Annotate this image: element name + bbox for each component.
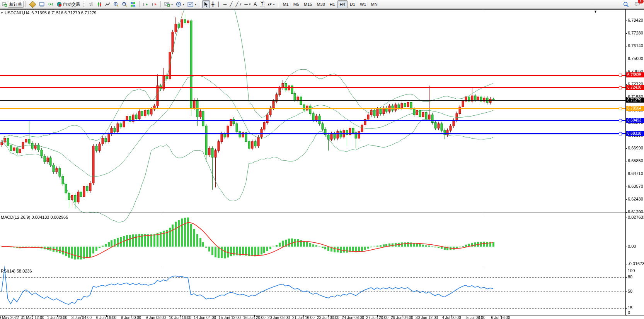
- text-icon: A: [254, 2, 257, 7]
- zoom-out-icon: [122, 2, 127, 7]
- new-order-label: 新订单: [9, 2, 22, 7]
- timeframe-button-W1[interactable]: W1: [358, 0, 369, 8]
- metatrader-window: 新订单 自动交易: [0, 0, 644, 319]
- price-line-badge: 6.70564: [626, 106, 644, 111]
- indicators-icon: [164, 2, 170, 7]
- chevron-down-icon: ▾: [273, 3, 274, 6]
- time-axis-label: 24 Jun 08:00: [342, 316, 364, 319]
- time-axis-label: 6 Jun 16:00: [96, 316, 116, 319]
- trendline-tool-button[interactable]: ╱: [228, 0, 234, 8]
- chart-shift-icon: [152, 2, 157, 7]
- fibonacci-tool-button[interactable]: ─F: [243, 0, 252, 8]
- time-axis-label: 23 Jun 00:00: [317, 316, 339, 319]
- text-label-icon: T: [260, 2, 264, 7]
- fibonacci-icon: ─: [244, 2, 248, 7]
- timeframe-button-M5[interactable]: M5: [291, 0, 302, 8]
- text-tool-button[interactable]: A: [252, 0, 258, 8]
- timeframe-button-MN[interactable]: MN: [368, 0, 380, 8]
- time-axis-label: 8 Jun 00:00: [121, 316, 141, 319]
- channel-tool-button[interactable]: ╱E: [234, 0, 243, 8]
- candlestick-chart-button[interactable]: [95, 0, 104, 8]
- price-line-badge: 6.73535: [626, 72, 644, 77]
- crosshair-tool-button[interactable]: ╋: [210, 0, 216, 8]
- time-axis-label: 9 Jun 08:00: [146, 316, 166, 319]
- macd-tick-label: 0.027633: [628, 215, 644, 220]
- price-line-badge: 6.69493: [626, 118, 644, 123]
- periods-button[interactable]: ▾: [174, 0, 186, 8]
- new-order-button[interactable]: 新订单: [8, 1, 24, 8]
- price-chart-canvas[interactable]: [0, 0, 644, 319]
- fibonacci-letter: F: [249, 3, 250, 6]
- timeframe-button-M1[interactable]: M1: [280, 0, 291, 8]
- zoom-out-button[interactable]: [120, 0, 129, 8]
- timeframe-button-M30[interactable]: M30: [314, 0, 327, 8]
- price-tick-label: 6.64710: [628, 172, 643, 176]
- line-chart-button[interactable]: [104, 0, 112, 8]
- bar-chart-icon: [89, 2, 94, 7]
- horizontal-line-tool-button[interactable]: ─: [222, 0, 228, 8]
- toolbar-group-order: 新订单: [0, 0, 25, 9]
- templates-icon: [187, 2, 193, 7]
- price-line-badge: 6.71279: [626, 98, 644, 103]
- toolbar-separator: [139, 1, 140, 7]
- arrows-tool-button[interactable]: ▴▾▾: [266, 0, 276, 8]
- chart-shift-button[interactable]: [150, 0, 158, 8]
- chart-title: ▾ USDCNH,H4 6.71395 6.71516 6.71279 6.71…: [1, 10, 96, 15]
- price-tick-label: 6.62430: [628, 197, 643, 201]
- toolbar-group-chart-type: [86, 0, 138, 9]
- text-label-tool-button[interactable]: T: [258, 0, 266, 8]
- timeframe-button-M15[interactable]: M15: [302, 0, 314, 8]
- bar-chart-button[interactable]: [87, 0, 95, 8]
- tile-windows-button[interactable]: [129, 0, 137, 8]
- toolbar-separator: [160, 1, 161, 7]
- market-watch-button[interactable]: [28, 0, 37, 8]
- time-axis-label: 3 Jun 04:00: [72, 316, 92, 319]
- data-window-icon: [39, 2, 45, 7]
- auto-scroll-button[interactable]: [141, 0, 150, 8]
- data-window-button[interactable]: [37, 0, 46, 8]
- chart-plus-icon[interactable]: [1, 0, 8, 8]
- time-axis-label: 1 Jun 20:00: [47, 316, 67, 319]
- time-axis-label: 31 May 12:00: [21, 316, 44, 319]
- chevron-down-icon: ▾: [171, 3, 173, 6]
- macd-tick-label: 0.00: [628, 244, 636, 249]
- horizontal-line-icon: ─: [223, 2, 227, 7]
- macd-indicator-label: MACD(12,26,9) 0.004183 0.002965: [1, 215, 68, 220]
- tile-windows-icon: [130, 2, 136, 7]
- toolbar-group-panels: 自动交易: [27, 0, 83, 9]
- chat-button[interactable]: 1: [633, 0, 642, 8]
- candlestick-chart-icon: [97, 2, 102, 7]
- vertical-line-icon: │: [217, 2, 220, 7]
- price-tick-label: 6.65850: [628, 159, 643, 163]
- zoom-in-button[interactable]: [112, 0, 120, 8]
- time-axis-label: 6 Jul 16:00: [491, 316, 510, 319]
- auto-trading-button[interactable]: 自动交易: [55, 1, 82, 8]
- toolbar-group-objects: ▾ ▾ ▾: [162, 0, 199, 9]
- price-line-badge: 6.72430: [626, 85, 644, 90]
- rsi-tick-label: 100: [628, 269, 635, 273]
- timeframe-button-D1[interactable]: D1: [348, 0, 358, 8]
- templates-button[interactable]: ▾: [186, 0, 198, 8]
- rsi-tick-label: 0: [628, 310, 630, 315]
- cursor-tool-button[interactable]: [202, 0, 210, 8]
- toolbar-separator: [278, 1, 278, 7]
- toolbar-group-drawing: ╋ │ ─ ╱ ╱E ─F A T ▴▾▾: [201, 0, 277, 9]
- timeframe-button-H1[interactable]: H1: [327, 0, 337, 8]
- price-tick-label: 6.75000: [628, 57, 643, 61]
- time-axis-label: 10 Jun 16:00: [169, 316, 191, 319]
- timeframe-button-H4[interactable]: H4: [337, 0, 348, 8]
- group-drag-handle: [83, 2, 85, 7]
- time-axis-label: 20 Jun 08:00: [267, 316, 290, 319]
- crosshair-icon: ╋: [211, 2, 214, 7]
- search-button[interactable]: [622, 0, 630, 8]
- market-watch-icon: [29, 1, 36, 8]
- clock-icon: [176, 2, 181, 7]
- toolbar-group-scroll: [140, 0, 160, 9]
- vertical-line-tool-button[interactable]: │: [216, 0, 222, 8]
- indicators-button[interactable]: ▾: [163, 0, 174, 8]
- scale-marker-icon[interactable]: ▼: [594, 10, 597, 14]
- auto-scroll-icon: [143, 2, 148, 7]
- navigator-button[interactable]: [46, 0, 55, 8]
- notification-badge: 1: [638, 0, 644, 3]
- symbol-collapse-icon[interactable]: ▾: [1, 11, 3, 15]
